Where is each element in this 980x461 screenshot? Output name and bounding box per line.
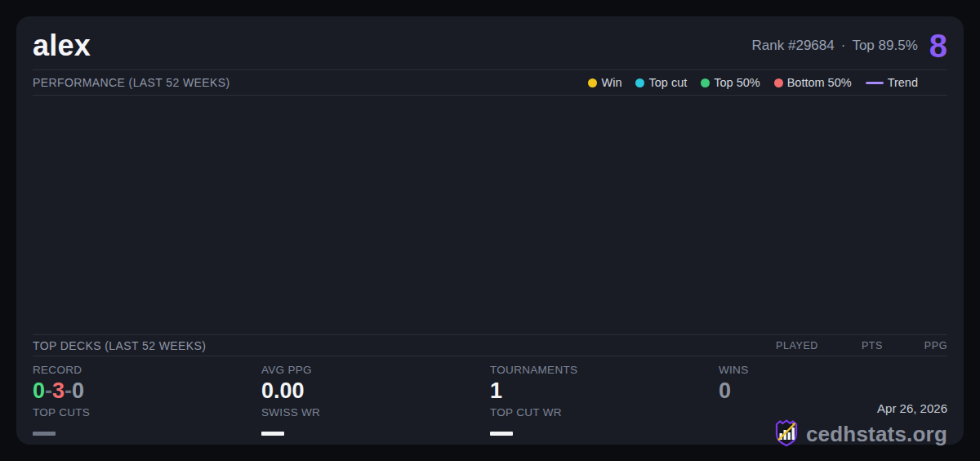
bottom-50-dot-icon <box>774 78 783 87</box>
card-footer: Apr 26, 2026 cedhstats.org <box>773 401 947 450</box>
stat-tournaments: TOURNAMENTS 1 <box>490 364 719 406</box>
empty-value-dash <box>33 432 56 436</box>
stat-label: TOP CUTS <box>33 406 261 418</box>
legend-item-bottom-50: Bottom 50% <box>774 76 852 89</box>
stat-label: TOURNAMENTS <box>490 364 719 376</box>
column-header-pts: PTS <box>818 340 883 351</box>
legend-label: Win <box>601 76 621 89</box>
record-separator: - <box>65 378 72 403</box>
stat-label: SWISS WR <box>261 406 490 418</box>
rank-text: Rank #29684·Top 89.5% <box>752 38 918 54</box>
performance-title: PERFORMANCE (LAST 52 WEEKS) <box>33 76 230 89</box>
legend-item-win: Win <box>588 76 621 89</box>
stat-top-cuts: TOP CUTS <box>33 406 261 454</box>
stat-label: TOP CUT WR <box>490 406 719 418</box>
win-dot-icon <box>588 78 597 87</box>
stat-swiss-wr: SWISS WR <box>261 406 490 454</box>
top-cut-dot-icon <box>635 78 644 87</box>
card-header: alex Rank #29684·Top 89.5% 8 <box>33 16 947 69</box>
tournaments-value: 1 <box>490 379 719 402</box>
points-badge: 8 <box>929 29 947 62</box>
avg-ppg-value: 0.00 <box>261 379 490 402</box>
record-wins: 0 <box>33 378 45 403</box>
chart-legend: Win Top cut Top 50% Bottom 50% Trend <box>588 76 947 89</box>
brand: cedhstats.org <box>773 418 947 450</box>
record-separator: - <box>45 378 52 403</box>
record-value: 0-3-0 <box>33 379 261 402</box>
column-header-played: PLAYED <box>754 340 818 351</box>
top-decks-section-header: TOP DECKS (LAST 52 WEEKS) PLAYED PTS PPG <box>33 335 947 356</box>
trend-line-icon <box>866 82 884 84</box>
record-draws: 0 <box>72 378 84 403</box>
legend-label: Top 50% <box>714 76 760 89</box>
legend-label: Bottom 50% <box>787 76 852 89</box>
date-label: Apr 26, 2026 <box>773 401 947 415</box>
stat-top-cut-wr: TOP CUT WR <box>490 406 719 454</box>
top-50-dot-icon <box>701 78 710 87</box>
performance-chart <box>33 96 947 334</box>
top-decks-title: TOP DECKS (LAST 52 WEEKS) <box>33 339 206 352</box>
rank-number: Rank #29684 <box>752 38 835 53</box>
legend-item-trend: Trend <box>866 76 918 89</box>
column-header-ppg: PPG <box>883 340 947 351</box>
record-losses: 3 <box>52 378 65 403</box>
top-decks-columns: PLAYED PTS PPG <box>754 340 947 351</box>
player-stats-card: alex Rank #29684·Top 89.5% 8 PERFORMANCE… <box>16 16 964 445</box>
dot-separator: · <box>841 38 846 53</box>
legend-label: Trend <box>888 76 918 89</box>
rank-summary: Rank #29684·Top 89.5% 8 <box>752 29 947 62</box>
stat-record: RECORD 0-3-0 <box>33 364 261 406</box>
page-title: alex <box>33 29 91 63</box>
stat-wins: WINS 0 <box>719 364 947 406</box>
empty-value-dash <box>261 432 284 436</box>
legend-label: Top cut <box>648 76 687 89</box>
cedhstats-logo-icon <box>773 418 800 450</box>
wins-value: 0 <box>719 379 947 402</box>
stat-avg-ppg: AVG PPG 0.00 <box>261 364 490 406</box>
legend-item-top-cut: Top cut <box>635 76 687 89</box>
brand-name: cedhstats.org <box>806 422 947 447</box>
stat-label: RECORD <box>33 364 261 376</box>
empty-value-dash <box>490 432 513 436</box>
stats-grid: RECORD 0-3-0 AVG PPG 0.00 TOURNAMENTS 1 … <box>33 356 947 454</box>
performance-section-header: PERFORMANCE (LAST 52 WEEKS) Win Top cut … <box>33 70 947 95</box>
top-percent: Top 89.5% <box>852 38 917 53</box>
legend-item-top-50: Top 50% <box>701 76 760 89</box>
stat-label: WINS <box>719 364 947 376</box>
stat-label: AVG PPG <box>261 364 490 376</box>
